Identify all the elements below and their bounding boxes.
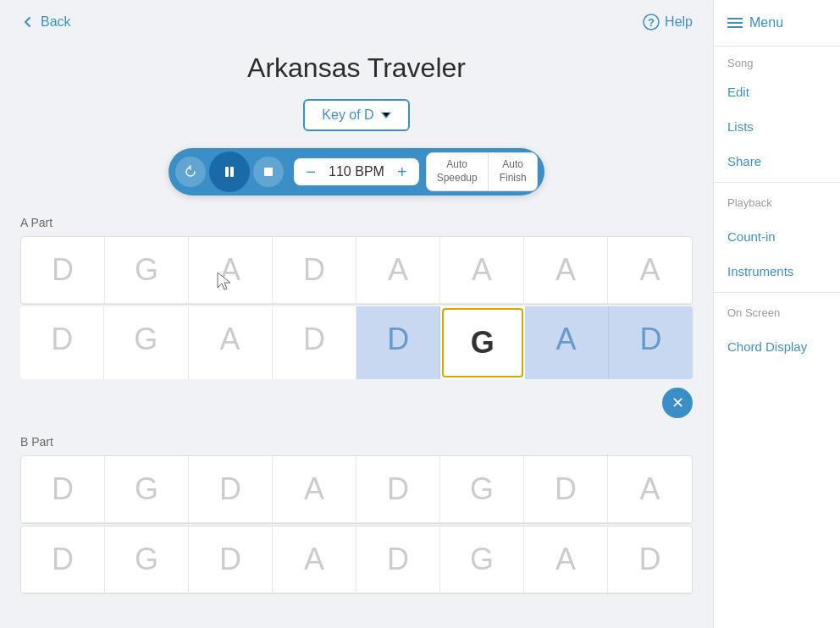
auto-finish-button[interactable]: AutoFinish (489, 153, 537, 190)
stop-icon (262, 166, 274, 178)
pause-button[interactable] (209, 151, 250, 192)
back-button[interactable]: Back (20, 14, 71, 30)
active-chord-cell-a[interactable]: A (525, 306, 609, 379)
chord-cell[interactable]: D (273, 306, 356, 379)
active-chord-cell-d[interactable]: D (356, 306, 440, 379)
svg-rect-4 (264, 168, 273, 176)
chord-cell[interactable]: D (21, 237, 105, 304)
auto-speedup-button[interactable]: AutoSpeedup (427, 153, 489, 190)
chord-cell[interactable]: D (189, 526, 273, 593)
back-arrow-icon (20, 14, 36, 30)
chord-cell[interactable]: G (440, 456, 524, 523)
b-part-label: B Part (20, 435, 693, 449)
chord-popup: ✕ (662, 388, 693, 418)
svg-rect-3 (230, 167, 234, 177)
chord-cell[interactable]: G (105, 526, 189, 593)
chord-cell[interactable]: D (20, 306, 104, 379)
chord-cell[interactable]: A (524, 526, 608, 593)
sidebar-item-lists[interactable]: Lists (714, 109, 840, 144)
sidebar-menu-header[interactable]: Menu (714, 0, 840, 47)
chord-cell[interactable]: A (608, 237, 692, 304)
sidebar-item-share[interactable]: Share (714, 144, 840, 179)
song-title: Arkansas Traveler (0, 52, 713, 84)
help-icon: ? (643, 14, 660, 30)
svg-rect-2 (225, 167, 229, 177)
current-chord-cell-g[interactable]: G (442, 308, 522, 377)
playback-controls: − 110 BPM + AutoSpeedup AutoFinish (169, 148, 544, 196)
chord-cell[interactable]: D (189, 456, 273, 523)
sidebar-divider (714, 182, 840, 183)
help-label: Help (665, 14, 693, 30)
bpm-display: 110 BPM (323, 164, 390, 179)
chord-cell[interactable]: D (273, 237, 356, 304)
svg-text:?: ? (648, 16, 655, 29)
a-part-section: A Part D G A D A A A A D G A D D G A (0, 216, 713, 379)
hamburger-icon (727, 18, 743, 28)
chord-cell[interactable]: A (356, 237, 440, 304)
bpm-decrease-button[interactable]: − (306, 163, 316, 180)
chord-cell[interactable]: A (189, 237, 273, 304)
main-content: Back ? Help Arkansas Traveler Key of D (0, 0, 713, 628)
sidebar: Menu Song Edit Lists Share Playback Coun… (713, 0, 840, 628)
rewind-button[interactable] (175, 157, 206, 187)
chord-cell[interactable]: A (608, 456, 692, 523)
help-button[interactable]: ? Help (643, 14, 693, 30)
chord-cell[interactable]: A (524, 237, 608, 304)
chord-cell[interactable]: D (608, 526, 692, 593)
popup-close-button[interactable]: ✕ (662, 388, 693, 418)
b-part-row2: D G D A D G A D (20, 526, 693, 594)
sidebar-item-chord-display[interactable]: Chord Display (714, 329, 840, 364)
active-chord-cell-d2[interactable]: D (609, 306, 693, 379)
a-part-row2: D G A D D G A D (20, 306, 693, 379)
chord-cell[interactable]: G (105, 237, 189, 304)
sidebar-item-instruments[interactable]: Instruments (714, 254, 840, 289)
a-part-label: A Part (20, 216, 693, 229)
bpm-increase-button[interactable]: + (397, 163, 407, 180)
bpm-section: − 110 BPM + (294, 158, 418, 185)
key-selector: Key of D (0, 99, 713, 131)
chord-cell[interactable]: D (21, 526, 105, 593)
pause-icon (222, 164, 237, 179)
sidebar-item-playback[interactable]: Playback (714, 186, 840, 219)
rewind-icon (184, 165, 197, 179)
playback-bar: − 110 BPM + AutoSpeedup AutoFinish (0, 148, 713, 196)
stop-button[interactable] (253, 157, 284, 187)
sidebar-item-on-screen[interactable]: On Screen (714, 296, 840, 329)
chord-cell[interactable]: D (21, 456, 105, 523)
b-part-row1: D G D A D G D A (20, 455, 693, 524)
sidebar-divider2 (714, 292, 840, 293)
sidebar-item-count-in[interactable]: Count-in (714, 219, 840, 254)
chord-cell[interactable]: G (104, 306, 188, 379)
menu-label: Menu (749, 15, 783, 30)
chord-cell[interactable]: A (273, 456, 356, 523)
sidebar-item-edit[interactable]: Edit (714, 74, 840, 109)
b-part-section: B Part D G D A D G D A D G D A D G A D (0, 435, 713, 594)
auto-section: AutoSpeedup AutoFinish (426, 152, 538, 190)
chord-cell[interactable]: A (273, 526, 356, 593)
chevron-down-icon (381, 112, 391, 118)
top-bar: Back ? Help (0, 0, 713, 44)
a-part-row1: D G A D A A A A (20, 236, 693, 305)
back-label: Back (41, 14, 71, 30)
chord-cell[interactable]: D (356, 456, 440, 523)
chord-cell[interactable]: A (440, 237, 524, 304)
key-label: Key of D (322, 107, 373, 123)
key-dropdown[interactable]: Key of D (303, 99, 409, 131)
sidebar-song-label: Song (714, 47, 840, 74)
chord-cell[interactable]: D (356, 526, 440, 593)
chord-cell[interactable]: D (524, 456, 608, 523)
chord-cell[interactable]: G (105, 456, 189, 523)
chord-cell[interactable]: A (189, 306, 273, 379)
chord-cell[interactable]: G (440, 526, 524, 593)
